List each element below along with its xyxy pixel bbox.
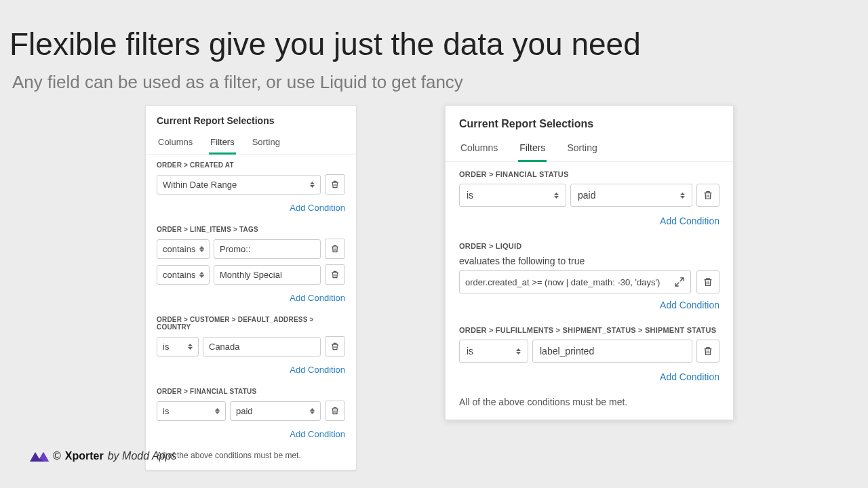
- trash-icon: [330, 406, 340, 415]
- filter-group-label: ORDER > CREATED AT: [157, 161, 345, 169]
- select-value: paid: [236, 406, 253, 416]
- trash-icon: [330, 342, 340, 351]
- filter-group-label: ORDER > FULFILLMENTS > SHIPMENT_STATUS >…: [459, 326, 719, 334]
- delete-button[interactable]: [325, 174, 345, 195]
- filter-group-label: ORDER > LINE_ITEMS > TAGS: [157, 226, 345, 233]
- tab-columns[interactable]: Columns: [157, 133, 194, 154]
- select-value: is: [467, 190, 473, 201]
- filter-group-label: ORDER > FINANCIAL STATUS: [459, 170, 719, 178]
- conditions-footer: All of the above conditions must be met.: [146, 445, 356, 470]
- trash-icon: [330, 270, 340, 279]
- conditions-footer: All of the above conditions must be met.: [446, 390, 733, 420]
- page-title: Flexible filters give you just the data …: [0, 0, 868, 62]
- tabs: Columns Filters Sorting: [446, 138, 733, 162]
- brand-logo-icon: [30, 451, 49, 462]
- add-condition-link[interactable]: Add Condition: [290, 203, 345, 213]
- page-subtitle: Any field can be used as a filter, or us…: [0, 62, 868, 93]
- brand-footer: © Xporter by Modd Apps: [30, 450, 176, 462]
- operator-select[interactable]: is: [459, 340, 528, 363]
- operator-select[interactable]: is: [459, 184, 566, 207]
- delete-button[interactable]: [696, 270, 719, 293]
- filter-value-input[interactable]: Promo::: [214, 239, 321, 259]
- select-value: is: [163, 406, 169, 416]
- add-condition-link[interactable]: Add Condition: [290, 429, 345, 439]
- select-value: is: [467, 346, 473, 357]
- value-select[interactable]: paid: [230, 401, 321, 421]
- delete-button[interactable]: [325, 336, 345, 357]
- brand-name: Xporter: [65, 450, 104, 462]
- select-value: is: [163, 342, 169, 352]
- value-select[interactable]: paid: [570, 184, 692, 207]
- delete-button[interactable]: [325, 239, 345, 259]
- card-heading: Current Report Selections: [446, 106, 733, 138]
- chevron-updown-icon: [199, 246, 204, 252]
- operator-select[interactable]: is: [157, 337, 199, 357]
- add-condition-link[interactable]: Add Condition: [660, 216, 719, 226]
- add-condition-link[interactable]: Add Condition: [660, 371, 719, 382]
- liquid-expression-input[interactable]: order.created_at >= (now | date_math: -3…: [459, 270, 691, 293]
- trash-icon: [330, 180, 340, 189]
- delete-button[interactable]: [696, 184, 719, 207]
- delete-button[interactable]: [325, 264, 345, 285]
- filters-card-right: Current Report Selections Columns Filter…: [445, 105, 734, 420]
- tab-columns[interactable]: Columns: [459, 138, 499, 161]
- select-value: contains: [163, 270, 195, 280]
- expand-icon[interactable]: [670, 277, 685, 287]
- trash-icon: [703, 346, 713, 357]
- chevron-updown-icon: [680, 192, 685, 199]
- operator-select[interactable]: contains: [157, 239, 210, 259]
- trash-icon: [703, 277, 713, 287]
- chevron-updown-icon: [188, 344, 193, 350]
- filter-group-label: ORDER > FINANCIAL STATUS: [157, 388, 345, 395]
- select-value: Within Date Range: [163, 180, 237, 190]
- chevron-updown-icon: [215, 408, 220, 414]
- brand-byline: by Modd Apps: [108, 450, 177, 462]
- tab-filters[interactable]: Filters: [518, 138, 547, 161]
- select-value: paid: [578, 190, 595, 201]
- delete-button[interactable]: [696, 340, 719, 363]
- filters-card-left: Current Report Selections Columns Filter…: [145, 105, 357, 470]
- operator-select[interactable]: contains: [157, 265, 210, 285]
- filter-group-label: ORDER > LIQUID: [459, 242, 719, 250]
- select-value: contains: [163, 244, 195, 254]
- chevron-updown-icon: [516, 348, 521, 354]
- tab-sorting[interactable]: Sorting: [566, 138, 598, 161]
- add-condition-link[interactable]: Add Condition: [290, 293, 345, 303]
- delete-button[interactable]: [325, 401, 345, 421]
- chevron-updown-icon: [199, 272, 204, 278]
- filter-value-input[interactable]: Monthly Special: [214, 265, 321, 285]
- liquid-note: evaluates the following to true: [446, 250, 733, 266]
- card-heading: Current Report Selections: [146, 106, 356, 133]
- tab-filters[interactable]: Filters: [209, 133, 235, 154]
- tabs: Columns Filters Sorting: [146, 133, 356, 155]
- filter-group-label: ORDER > CUSTOMER > DEFAULT_ADDRESS > COU…: [157, 316, 345, 331]
- chevron-updown-icon: [310, 182, 315, 188]
- chevron-updown-icon: [554, 192, 559, 199]
- add-condition-link[interactable]: Add Condition: [660, 300, 719, 310]
- tab-sorting[interactable]: Sorting: [251, 133, 281, 154]
- date-range-select[interactable]: Within Date Range: [157, 175, 321, 195]
- add-condition-link[interactable]: Add Condition: [290, 365, 345, 375]
- copyright: ©: [53, 450, 61, 462]
- trash-icon: [703, 190, 713, 201]
- chevron-updown-icon: [310, 408, 315, 414]
- filter-value-input[interactable]: label_printed: [532, 340, 692, 363]
- operator-select[interactable]: is: [157, 401, 226, 421]
- filter-value-input[interactable]: Canada: [203, 337, 321, 357]
- liquid-value: order.created_at >= (now | date_math: -3…: [465, 277, 660, 287]
- trash-icon: [330, 244, 340, 253]
